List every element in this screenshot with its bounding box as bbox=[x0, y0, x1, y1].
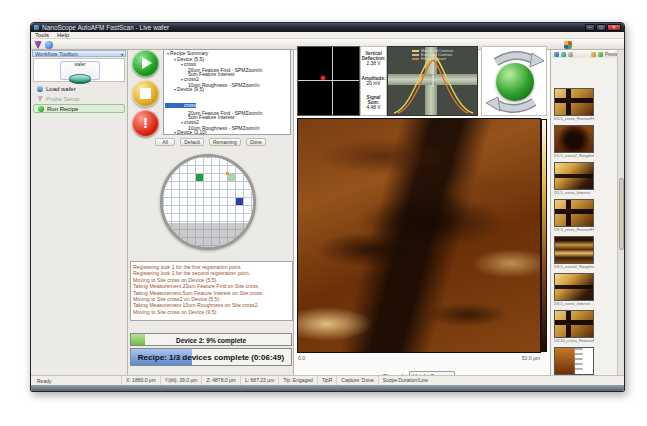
probe-icon bbox=[37, 96, 43, 102]
start-recipe-button[interactable] bbox=[132, 50, 159, 77]
status-segment: Tip: Engaged bbox=[278, 376, 317, 385]
result-thumbnail[interactable]: D9-5_cross2_Roughness bbox=[554, 236, 596, 269]
result-thumbnail[interactable]: D9-5_cross_FeatureFind bbox=[554, 199, 596, 232]
probe-tool-icon[interactable] bbox=[34, 41, 42, 49]
workflow-step[interactable]: Probe Setup bbox=[33, 94, 125, 103]
result-thumbnail[interactable]: D9-5_cross_Interest bbox=[554, 273, 596, 306]
wafer-map[interactable] bbox=[160, 154, 256, 250]
device-progress-bar: Device 2: 9% complete bbox=[130, 333, 292, 346]
workflow-panel: Workflow Toolbox ◂ wafer Load wafer Prob… bbox=[31, 50, 128, 375]
recipe-tree[interactable]: Recipe SummaryDevice (5,5)cross20um Feat… bbox=[163, 49, 291, 135]
close-button[interactable]: ✕ bbox=[607, 24, 621, 31]
help-icon[interactable] bbox=[45, 41, 53, 49]
thumbnail-caption: D5-5_cross2_Roughness bbox=[554, 153, 594, 158]
abort-recipe-button[interactable]: ! bbox=[132, 110, 159, 137]
scrollbar-thumb[interactable] bbox=[619, 178, 624, 250]
filter-icon[interactable] bbox=[568, 52, 573, 57]
trackball-sphere[interactable] bbox=[496, 63, 534, 101]
thumbnail-scrollbar[interactable] bbox=[617, 50, 624, 375]
recipe-panel: ! Recipe SummaryDevice (5,5)cross20um Fe… bbox=[128, 50, 294, 375]
analyze-icon[interactable] bbox=[598, 52, 603, 57]
window-title: NanoScope AutoAFM FastScan - Live wafer bbox=[42, 23, 169, 32]
scale-min-label: 0.0 bbox=[298, 355, 305, 361]
menu-item[interactable]: Tools bbox=[35, 32, 49, 38]
status-segment: L: 687.23 μm bbox=[240, 376, 278, 385]
wafer-device-cell[interactable] bbox=[236, 198, 243, 205]
wafer-button-label: wafer bbox=[61, 62, 99, 68]
desktop: NanoScope AutoAFM FastScan - Live wafer … bbox=[0, 0, 647, 426]
app-window: NanoScope AutoAFM FastScan - Live wafer … bbox=[30, 22, 625, 392]
result-thumbnail[interactable]: D5-5_cross_Interest bbox=[554, 162, 596, 195]
result-thumbnail[interactable]: D5-5_cross_FeatureFind bbox=[554, 88, 596, 121]
wafer-device-cell[interactable] bbox=[196, 174, 203, 181]
status-segment: Y(tilt): 39.0 μm bbox=[160, 376, 202, 385]
thumbnail-image[interactable] bbox=[554, 199, 594, 227]
recipe-tree-row[interactable]: Device (9,5) bbox=[165, 87, 290, 93]
thumbnail-image[interactable] bbox=[554, 162, 594, 190]
workflow-step[interactable]: Load wafer bbox=[33, 84, 125, 93]
photodetector-view bbox=[297, 46, 360, 116]
optical-camera-view[interactable]: Measured Contrast Expected Contrast Fitt… bbox=[387, 46, 478, 116]
legend-entry: Fitted Contrast bbox=[412, 57, 453, 61]
thumbnail-image[interactable] bbox=[554, 273, 594, 301]
status-bar: Ready X: 1880.0 μmY(tilt): 39.0 μmZ: 487… bbox=[31, 375, 624, 385]
thumbnail-list: D5-5_cross_FeatureFind D5-5_cross2_Rough… bbox=[554, 88, 596, 384]
capture-window-icon[interactable] bbox=[564, 41, 572, 49]
refresh-icon[interactable] bbox=[554, 52, 559, 57]
status-segment: TipR bbox=[317, 376, 336, 385]
legend-swatch bbox=[412, 50, 419, 52]
trackball-control[interactable] bbox=[481, 46, 547, 116]
wafer-device-cell[interactable] bbox=[228, 174, 235, 181]
stop-icon bbox=[140, 88, 151, 99]
folder-icon[interactable] bbox=[561, 52, 566, 57]
app-icon bbox=[34, 25, 39, 30]
title-bar[interactable]: NanoScope AutoAFM FastScan - Live wafer … bbox=[31, 23, 624, 32]
thumbnail-image[interactable] bbox=[554, 125, 594, 153]
signal-value: 20 mV bbox=[362, 81, 386, 87]
wafer-excluded-region bbox=[163, 223, 253, 247]
maximize-button[interactable]: □ bbox=[596, 24, 606, 31]
scale-max-label: 50.0 μm bbox=[522, 355, 540, 361]
recipe-tree-row[interactable]: cross bbox=[165, 103, 196, 109]
detector-crosshair-v bbox=[332, 47, 333, 115]
wafer-button-box: wafer bbox=[33, 58, 125, 82]
recipe-progress-bar: Recipe: 1/3 devices complete (0:06:49) bbox=[130, 348, 292, 366]
wafer-button[interactable]: wafer bbox=[60, 61, 100, 80]
signal-readout: Vertical Deflection: 2.38 V bbox=[361, 51, 386, 67]
thumbnail-caption: D9-5_cross_FeatureFind bbox=[554, 227, 594, 232]
thumbnail-image[interactable] bbox=[554, 347, 594, 375]
menu-item[interactable]: Help bbox=[57, 32, 69, 38]
wafer-filter-button[interactable]: Remaining bbox=[209, 138, 241, 146]
results-toolbar: Preview bbox=[552, 50, 623, 58]
wafer-load-icon bbox=[37, 86, 43, 92]
afm-scan-image[interactable] bbox=[297, 118, 541, 353]
minimize-button[interactable]: – bbox=[585, 24, 595, 31]
wafer-3d-icon bbox=[69, 74, 91, 82]
run-icon bbox=[38, 106, 44, 112]
export-icon[interactable] bbox=[591, 52, 596, 57]
recipe-tree-row[interactable]: Device (3,10) bbox=[165, 130, 290, 135]
stop-recipe-button[interactable] bbox=[132, 80, 159, 107]
activity-log[interactable]: Registering look 1 for the first registr… bbox=[130, 261, 293, 321]
signal-readouts: Vertical Deflection: 2.38 V Amplitude: 2… bbox=[360, 46, 387, 116]
wafer-filter-button[interactable]: Done bbox=[246, 138, 266, 146]
thumbnail-image[interactable] bbox=[554, 310, 594, 338]
wafer-filter-button[interactable]: All bbox=[155, 138, 175, 146]
result-thumbnail[interactable]: D3-10_cross_FeatureFind bbox=[554, 310, 596, 343]
laser-spot bbox=[321, 76, 325, 80]
signal-label: Vertical Deflection: bbox=[361, 51, 386, 61]
thumbnail-caption: D9-5_cross2_Roughness bbox=[554, 264, 594, 269]
channel-row: Channel: Height Sensor ▾ bbox=[297, 364, 541, 375]
wafer-filter-button[interactable]: Default bbox=[180, 138, 204, 146]
workflow-step-label: Run Recipe bbox=[47, 106, 78, 112]
legend-swatch bbox=[412, 58, 419, 60]
collapse-panel-icon[interactable]: ◂ bbox=[120, 51, 125, 56]
thumbnail-image[interactable] bbox=[554, 88, 594, 116]
signal-value: 2.38 V bbox=[361, 61, 386, 67]
thumbnail-image[interactable] bbox=[554, 236, 594, 264]
workflow-step[interactable]: Run Recipe bbox=[33, 104, 125, 113]
legend-label: Fitted Contrast bbox=[421, 57, 446, 61]
workflow-panel-title: Workflow Toolbox bbox=[35, 51, 78, 56]
status-ready: Ready bbox=[31, 378, 121, 384]
result-thumbnail[interactable]: D5-5_cross2_Roughness bbox=[554, 125, 596, 158]
